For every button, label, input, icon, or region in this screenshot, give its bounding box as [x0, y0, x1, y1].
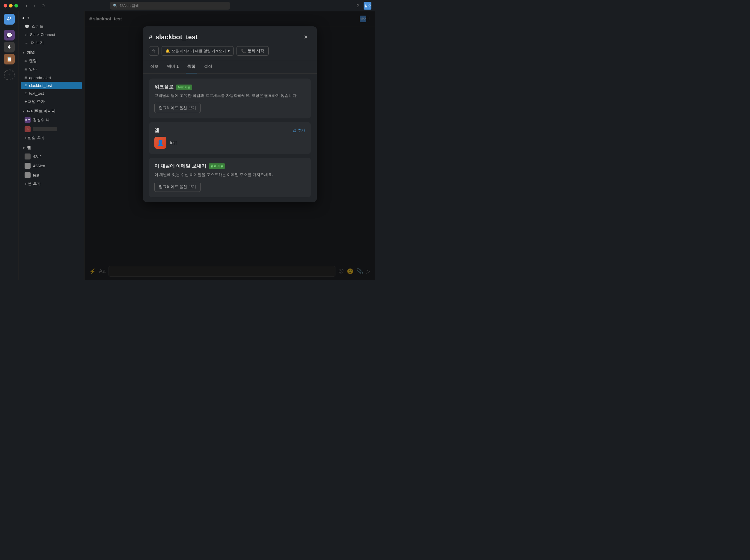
icon-rail: 4² 💬 4 📋 +	[0, 12, 19, 280]
hash-icon-text: #	[25, 91, 27, 96]
channels-arrow-icon: ▼	[22, 51, 25, 54]
email-upgrade-button[interactable]: 업그레이드 옵션 보기	[155, 182, 201, 192]
tab-info[interactable]: 정보	[149, 60, 160, 74]
sidebar: ● ▼ 💬 스레드 ◇ Slack Connect ⋯ 더 보기 ▼ 채널 # …	[19, 12, 84, 280]
modal-body: 워크플로 유료 기능 고객님의 팀에 고유한 작업과 프로세스를 자동화하세요.…	[143, 74, 317, 202]
workflow-card: 워크플로 유료 기능 고객님의 팀에 고유한 작업과 프로세스를 자동화하세요.…	[149, 79, 311, 118]
tab-integration[interactable]: 통합	[186, 60, 197, 74]
dm-name-me: 김성수 나	[33, 117, 50, 123]
titlebar: ‹ › ⊙ 🔍 42Alert 검색 ? 성수	[0, 0, 375, 12]
channel-name-랜덤: 랜덤	[29, 58, 37, 63]
maximize-traffic-light[interactable]	[14, 4, 18, 7]
history-button[interactable]: ⊙	[40, 2, 47, 9]
modal-header: # slackbot_test ✕	[143, 26, 317, 42]
app-name-42a2: 42a2	[33, 154, 42, 159]
rail-icon-apps[interactable]: 📋	[4, 54, 15, 64]
close-traffic-light[interactable]	[4, 4, 7, 7]
call-button[interactable]: 📞 통화 시작	[237, 46, 269, 56]
workflow-paid-badge: 유료 기능	[176, 84, 192, 90]
add-channel-label: + 채널 추가	[25, 99, 45, 104]
sidebar-item-일반[interactable]: # 일반	[21, 65, 82, 74]
tab-info-label: 정보	[150, 64, 159, 69]
threads-icon: 💬	[25, 24, 29, 29]
workflow-title-text: 워크플로	[155, 84, 174, 90]
star-button[interactable]: ☆	[149, 46, 159, 56]
app-avatar-42alert	[25, 163, 31, 169]
sidebar-app-42alert[interactable]: 42Alert	[21, 161, 82, 170]
add-icon: +	[7, 72, 11, 78]
apps-arrow-icon: ▼	[22, 146, 25, 149]
sidebar-item-threads[interactable]: 💬 스레드	[21, 22, 82, 31]
sidebar-app-42a2[interactable]: 42a2	[21, 152, 82, 161]
app-icon-person: 👤	[157, 139, 164, 146]
sidebar-dm-other[interactable]: b	[21, 125, 82, 134]
phone-icon: 📞	[241, 49, 246, 53]
tab-members-label: 멤버 1	[167, 64, 179, 69]
notification-button[interactable]: 🔔 모든 메시지에 대한 알림 가져오기 ▾	[162, 46, 234, 56]
channel-name-slackbot: slackbot_test	[29, 83, 52, 88]
modal-tabs: 정보 멤버 1 통합 설정	[143, 60, 317, 74]
modal-close-button[interactable]: ✕	[301, 33, 311, 42]
dm-arrow-icon: ▼	[22, 110, 25, 113]
sidebar-add-app[interactable]: + 앱 추가	[21, 180, 82, 188]
sidebar-item-text-test[interactable]: # text_test	[21, 89, 82, 97]
modal-actions: ☆ 🔔 모든 메시지에 대한 알림 가져오기 ▾ 📞 통화 시작	[143, 42, 317, 60]
app-name-42alert: 42Alert	[33, 164, 45, 168]
rail-icon-dm[interactable]: 💬	[4, 30, 15, 40]
dm-name-other	[33, 127, 57, 131]
search-bar[interactable]: 🔍 42Alert 검색	[110, 2, 230, 9]
workspace-logo: 4²	[7, 17, 11, 22]
tab-settings-label: 설정	[204, 64, 212, 69]
apps-section-header[interactable]: ▼ 앱	[19, 143, 84, 152]
apps-card: 앱 앱 추가 👤 test	[149, 122, 311, 154]
sidebar-item-slack-connect[interactable]: ◇ Slack Connect	[21, 31, 82, 38]
slack-connect-label: Slack Connect	[30, 33, 55, 37]
forward-button[interactable]: ›	[31, 2, 38, 9]
app-avatar-42a2	[25, 154, 31, 159]
channels-section-header[interactable]: ▼ 채널	[19, 47, 84, 56]
sidebar-dm-me[interactable]: 성수 김성수 나	[21, 115, 82, 124]
back-button[interactable]: ‹	[23, 2, 30, 9]
sidebar-item-랜덤[interactable]: # 랜덤	[21, 57, 82, 65]
channel-name-일반: 일반	[29, 67, 37, 72]
traffic-lights	[4, 4, 18, 7]
hash-icon-일반: #	[25, 67, 27, 72]
email-card-title: 이 채널에 이메일 보내기 유료 기능	[155, 163, 305, 169]
add-app-button[interactable]: 앱 추가	[292, 128, 305, 133]
sidebar-add-team[interactable]: + 팀원 추가	[21, 134, 82, 142]
sidebar-item-more[interactable]: ⋯ 더 보기	[21, 39, 82, 47]
apps-card-title: 앱	[155, 127, 159, 134]
sidebar-app-test[interactable]: test	[21, 171, 82, 180]
connect-icon: ◇	[25, 33, 27, 37]
app-row: 👤 test	[155, 137, 305, 149]
add-team-label: + 팀원 추가	[25, 136, 45, 141]
help-button[interactable]: ?	[354, 2, 361, 9]
user-avatar-titlebar[interactable]: 성수	[364, 2, 371, 9]
workspace-selector[interactable]: ● ▼	[19, 14, 84, 22]
help-icon: ?	[357, 3, 359, 8]
sidebar-item-agenda-alert[interactable]: # agenda-alert	[21, 74, 82, 82]
channels-header-label: 채널	[27, 50, 35, 55]
workspace-icon[interactable]: 4²	[4, 14, 15, 25]
workflow-upgrade-button[interactable]: 업그레이드 옵션 보기	[155, 103, 201, 113]
channel-name-agenda: agenda-alert	[29, 76, 51, 80]
channel-name-text: text_test	[29, 91, 44, 96]
modal-title: slackbot_test	[156, 33, 298, 41]
threads-label: 스레드	[32, 24, 43, 29]
sidebar-add-channel[interactable]: + 채널 추가	[21, 97, 82, 106]
add-workspace-button[interactable]: +	[4, 69, 15, 80]
titlebar-right: ? 성수	[354, 2, 371, 9]
minimize-traffic-light[interactable]	[9, 4, 13, 7]
tab-integration-label: 통합	[187, 64, 196, 69]
tab-members[interactable]: 멤버 1	[166, 60, 180, 74]
rail-icon-channels[interactable]: 4	[4, 42, 15, 53]
workspace-name: ●	[22, 16, 25, 20]
more-label: 더 보기	[31, 40, 44, 45]
workflow-card-desc: 고객님의 팀에 고유한 작업과 프로세스를 자동화하세요. 코딩은 필요하지 않…	[155, 93, 305, 99]
channel-settings-modal: # slackbot_test ✕ ☆ 🔔 모든 메시지에 대한 알림 가져오기…	[143, 26, 317, 202]
sidebar-item-slackbot-test[interactable]: # slackbot_test	[21, 82, 82, 89]
dm-section-header[interactable]: ▼ 다이렉트 메시지	[19, 106, 84, 115]
search-placeholder: 42Alert 검색	[119, 3, 139, 8]
add-app-label: + 앱 추가	[25, 181, 41, 187]
tab-settings[interactable]: 설정	[203, 60, 214, 74]
